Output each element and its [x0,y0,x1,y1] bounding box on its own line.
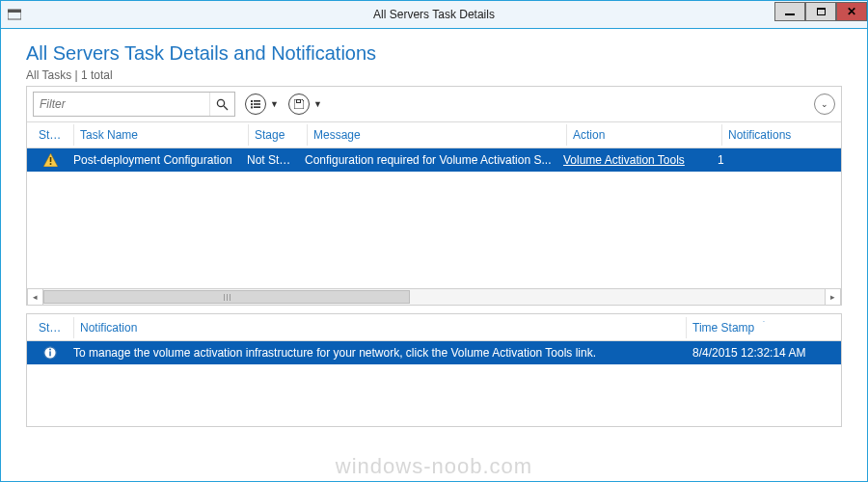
task-row[interactable]: Post-deployment Configuration Not Sta...… [27,148,841,172]
filter-box [33,92,235,117]
svg-rect-5 [254,100,260,102]
close-button[interactable]: ✕ [836,2,867,21]
cell-notifications: 1 [712,153,799,167]
scroll-left-icon[interactable]: ◂ [27,289,43,305]
tasks-columns: Status Task Name Stage Message Action No… [27,121,841,148]
notifications-grid-body: To manage the volume activation infrastr… [27,341,841,426]
cell-time-stamp: 8/4/2015 12:32:14 AM [687,346,841,360]
tasks-panel: ▼ ▼ ⌄ Status Task Name Stage Message Act… [26,86,842,306]
page-subheading: All Tasks | 1 total [26,68,861,82]
col-time-stamp[interactable]: ▼ Time Stamp [687,321,841,335]
client-area: All Servers Task Details and Notificatio… [0,29,868,482]
svg-rect-4 [251,100,253,102]
col-notification[interactable]: Notification [74,321,686,335]
notifications-panel: Status Notification ▼ Time Stamp To mana… [26,313,842,427]
title-bar: All Servers Task Details ✕ [0,0,868,29]
col-action[interactable]: Action [567,128,721,142]
search-icon[interactable] [209,93,234,116]
minimize-button[interactable] [774,2,805,21]
svg-rect-13 [49,163,51,165]
svg-rect-12 [49,157,51,162]
col-stage[interactable]: Stage [249,128,307,142]
chevron-down-icon: ▼ [313,99,322,109]
scroll-track[interactable] [43,289,825,305]
chevron-down-icon: ▼ [270,99,279,109]
scroll-thumb[interactable] [43,290,410,304]
sort-indicator-icon: ▼ [760,321,768,324]
cell-message: Configuration required for Volume Activa… [299,153,557,167]
cell-task-name: Post-deployment Configuration [68,153,241,167]
svg-rect-7 [254,103,260,105]
svg-point-2 [217,99,224,106]
col-status[interactable]: Status [33,321,73,335]
tasks-toolbar: ▼ ▼ ⌄ [27,87,841,121]
window-title: All Servers Task Details [1,8,867,21]
info-icon [33,346,68,360]
svg-rect-1 [8,10,21,13]
window-controls: ✕ [774,1,867,28]
svg-rect-16 [49,351,51,356]
svg-point-15 [49,349,51,351]
maximize-button[interactable] [805,2,836,21]
cell-stage: Not Sta... [241,153,299,167]
tasks-grid-body: Post-deployment Configuration Not Sta...… [27,148,841,305]
save-button[interactable]: ▼ [288,94,322,115]
cell-action-link[interactable]: Volume Activation Tools [557,153,712,167]
horizontal-scrollbar[interactable]: ◂ ▸ [27,288,841,305]
system-menu-icon[interactable] [1,1,28,28]
col-message[interactable]: Message [308,128,566,142]
col-task-name[interactable]: Task Name [74,128,248,142]
page-heading: All Servers Task Details and Notificatio… [26,42,861,65]
svg-rect-10 [296,100,300,103]
svg-rect-8 [251,106,253,108]
views-button[interactable]: ▼ [245,94,279,115]
svg-rect-9 [254,106,260,108]
notifications-columns: Status Notification ▼ Time Stamp [27,314,841,341]
filter-input[interactable] [34,97,209,111]
expand-button[interactable]: ⌄ [814,94,835,115]
watermark: windows-noob.com [1,454,867,479]
warning-icon [33,153,68,167]
cell-notification: To manage the volume activation infrastr… [68,346,687,360]
col-status[interactable]: Status [33,128,73,142]
scroll-right-icon[interactable]: ▸ [825,289,841,305]
col-notifications[interactable]: Notifications [722,128,809,142]
svg-rect-6 [251,103,253,105]
svg-line-3 [224,106,228,110]
notification-row[interactable]: To manage the volume activation infrastr… [27,341,841,364]
